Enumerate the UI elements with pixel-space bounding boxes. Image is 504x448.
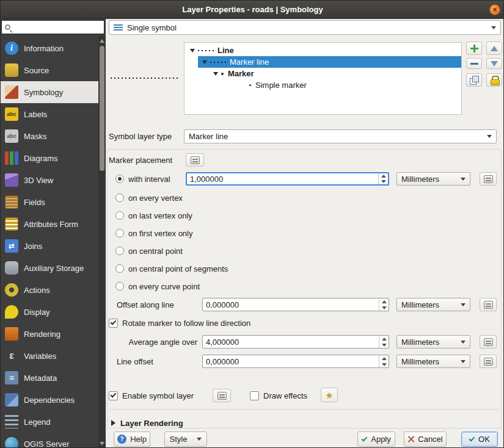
line-offset-unit-combobox[interactable]: Millimeters <box>396 355 470 368</box>
average-angle-spinbox[interactable]: 4,000000 <box>202 335 389 349</box>
unit-value: Millimeters <box>401 357 439 366</box>
every-vertex-radio[interactable] <box>115 193 124 202</box>
rendering-icon <box>5 327 18 341</box>
rotate-marker-checkbox[interactable] <box>109 319 118 328</box>
sidebar-item-masks[interactable]: Masks <box>1 125 98 147</box>
data-defined-override-icon <box>484 175 493 183</box>
joins-icon <box>5 239 18 253</box>
layer-rendering-header[interactable]: Layer Rendering <box>111 417 183 428</box>
spin-up-icon[interactable] <box>379 173 388 179</box>
sidebar-item-label: QGIS Server <box>24 439 69 448</box>
offset-unit-combobox[interactable]: Millimeters <box>396 298 470 311</box>
move-layer-up-button[interactable] <box>486 42 502 55</box>
sidebar-item-label: Variables <box>24 352 56 361</box>
with-interval-radio[interactable] <box>115 175 124 183</box>
expander-icon[interactable] <box>213 72 218 76</box>
spin-up-icon[interactable] <box>379 298 389 305</box>
sidebar-item-3d-view[interactable]: 3D View <box>1 169 98 191</box>
search-icon <box>5 24 10 30</box>
tree-row-simple-marker[interactable]: Simple marker <box>184 79 461 91</box>
placement-option-every-vertex: on every vertex <box>115 192 183 203</box>
placement-data-defined-button[interactable] <box>186 153 204 167</box>
masks-icon <box>5 129 18 143</box>
tree-row-marker[interactable]: Marker <box>184 68 461 79</box>
central-point-radio[interactable] <box>115 247 124 255</box>
interval-unit-combobox[interactable]: Millimeters <box>396 172 470 186</box>
lock-color-button[interactable] <box>486 73 502 87</box>
sidebar-item-actions[interactable]: Actions <box>1 279 98 301</box>
ok-button[interactable]: OK <box>461 432 498 447</box>
central-point-segments-radio[interactable] <box>115 264 124 273</box>
help-button[interactable]: Help <box>114 432 150 447</box>
placement-option-with-interval: with interval <box>115 173 170 184</box>
apply-icon <box>362 435 368 441</box>
expander-icon[interactable] <box>202 60 207 64</box>
sidebar-item-qgis-server[interactable]: QGIS Server <box>1 433 98 448</box>
sidebar-item-label: Rendering <box>24 330 60 339</box>
symbol-layer-type-combobox[interactable]: Marker line <box>184 129 497 143</box>
sidebar-item-label: Actions <box>24 286 50 295</box>
sidebar-search[interactable] <box>1 20 104 34</box>
sidebar-item-dependencies[interactable]: Dependencies <box>1 389 98 411</box>
spin-up-icon[interactable] <box>379 355 389 361</box>
sidebar-item-diagrams[interactable]: Diagrams <box>1 147 98 169</box>
first-vertex-radio[interactable] <box>115 229 124 237</box>
information-icon <box>5 42 18 55</box>
interval-spinbox[interactable]: 1,000000 <box>186 172 389 186</box>
sidebar-item-fields[interactable]: Fields <box>1 191 98 213</box>
offset-data-defined-button[interactable] <box>480 298 497 311</box>
expander-icon[interactable] <box>190 49 195 52</box>
add-symbol-layer-button[interactable] <box>466 42 482 55</box>
sidebar-item-auxiliary-storage[interactable]: Auxiliary Storage <box>1 257 98 279</box>
sidebar-item-information[interactable]: Information <box>1 37 98 59</box>
average-angle-unit-combobox[interactable]: Millimeters <box>396 335 470 349</box>
offset-along-line-spinbox[interactable]: 0,000000 <box>202 298 389 311</box>
tree-row-marker-line[interactable]: Marker line <box>184 56 461 68</box>
last-vertex-radio[interactable] <box>115 211 124 220</box>
sidebar-item-variables[interactable]: Variables <box>1 345 98 367</box>
scrollbar-thumb[interactable] <box>100 46 104 171</box>
sidebar-item-source[interactable]: Source <box>1 59 98 81</box>
labels-icon <box>5 107 18 121</box>
sidebar-item-display[interactable]: Display <box>1 301 98 323</box>
sidebar-item-joins[interactable]: Joins <box>1 235 98 257</box>
interval-data-defined-button[interactable] <box>480 172 497 186</box>
tree-selection[interactable]: Marker line <box>198 56 461 68</box>
search-input[interactable] <box>13 23 106 32</box>
placement-option-label: on every vertex <box>128 193 183 203</box>
sidebar-item-rendering[interactable]: Rendering <box>1 323 98 345</box>
sidebar-item-symbology[interactable]: Symbology <box>1 81 98 103</box>
chevron-down-icon <box>461 178 466 181</box>
draw-effects-checkbox[interactable] <box>250 391 259 400</box>
duplicate-symbol-layer-button[interactable] <box>466 73 482 87</box>
enable-symbol-layer-checkbox[interactable] <box>109 391 118 400</box>
apply-button[interactable]: Apply <box>357 432 395 447</box>
sidebar-item-attributes-form[interactable]: Attributes Form <box>1 213 98 235</box>
style-button[interactable]: Style <box>164 432 207 447</box>
line-offset-data-defined-button[interactable] <box>480 355 497 368</box>
spin-up-icon[interactable] <box>379 336 389 342</box>
sidebar-item-labels[interactable]: Labels <box>1 103 98 125</box>
sidebar-item-metadata[interactable]: Metadata <box>1 367 98 389</box>
spin-down-icon[interactable] <box>379 361 389 367</box>
line-offset-spinbox[interactable]: 0,000000 <box>202 355 389 368</box>
every-curve-point-radio[interactable] <box>115 282 124 291</box>
tree-row-line[interactable]: Line <box>184 45 461 56</box>
remove-symbol-layer-button[interactable] <box>466 58 482 69</box>
cancel-button[interactable]: Cancel <box>404 432 447 447</box>
add-symbol-layer-icon <box>470 45 478 52</box>
average-angle-data-defined-button[interactable] <box>480 335 497 349</box>
scroll-down-icon[interactable] <box>100 442 104 446</box>
move-layer-down-button[interactable] <box>486 58 502 69</box>
spin-down-icon[interactable] <box>379 305 389 311</box>
spin-down-icon[interactable] <box>379 179 388 184</box>
sidebar-scrollbar[interactable] <box>98 36 106 448</box>
scroll-up-icon[interactable] <box>100 39 104 43</box>
close-button[interactable]: × <box>489 4 500 15</box>
sidebar-item-legend[interactable]: Legend <box>1 411 98 433</box>
renderer-combobox[interactable]: Single symbol <box>109 20 501 35</box>
customize-effects-button[interactable]: ★ <box>321 388 338 402</box>
spin-down-icon[interactable] <box>379 342 389 348</box>
enable-layer-data-defined-button[interactable] <box>213 389 231 402</box>
sidebar-item-label: Joins <box>24 242 42 251</box>
